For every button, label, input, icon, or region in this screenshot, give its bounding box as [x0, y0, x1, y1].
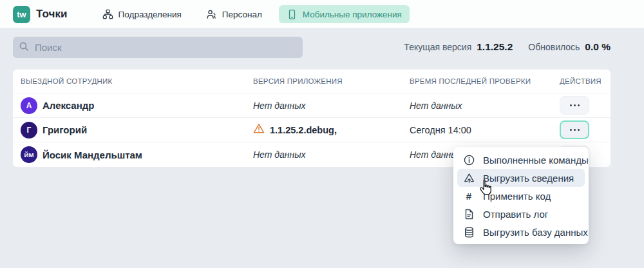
- row-actions-button[interactable]: [560, 120, 589, 139]
- search-icon: [19, 41, 29, 54]
- app-version: 1.1.25.2.debug,: [270, 125, 337, 135]
- menu-item-apply-code[interactable]: # Применить код: [457, 187, 585, 205]
- menu-item-send-log[interactable]: Отправить лог: [457, 205, 585, 223]
- current-version-value: 1.1.25.2: [477, 41, 513, 53]
- version-bar: Текущая версия 1.1.25.2 Обновилось 0.0 %: [404, 41, 611, 54]
- tab-personal[interactable]: Персонал: [198, 5, 270, 23]
- last-check-time: Нет данных: [410, 100, 462, 111]
- nav-tabs: Подразделения Персонал: [95, 5, 410, 23]
- sitemap-icon: [102, 9, 113, 20]
- column-header-actions: Действия: [560, 77, 611, 85]
- avatar: А: [21, 97, 37, 114]
- upload-icon: [462, 172, 475, 184]
- app-logo[interactable]: tw: [13, 6, 30, 23]
- column-header-last-check: Время последней проверки: [410, 77, 560, 85]
- top-nav: tw Точки Подразделения: [0, 0, 644, 29]
- app-title: Точки: [36, 8, 68, 21]
- menu-item-label: Применить код: [483, 191, 551, 202]
- tab-mobile-apps[interactable]: Мобильные приложения: [279, 5, 410, 23]
- phone-icon: [287, 9, 298, 20]
- info-icon: [462, 154, 475, 166]
- current-version-label: Текущая версия: [404, 42, 471, 52]
- more-horizontal-icon: [570, 104, 580, 106]
- tab-label: Персонал: [222, 10, 262, 19]
- hash-icon: #: [462, 191, 475, 202]
- column-header-employee: Выездной сотрудник: [13, 77, 253, 85]
- person-icon: [206, 9, 217, 20]
- menu-item-executed-commands[interactable]: Выполненные команды: [457, 151, 585, 169]
- menu-item-upload-info[interactable]: Выгрузить сведения: [457, 169, 585, 187]
- avatar: ЙМ: [21, 146, 37, 163]
- app-version: Нет данных: [253, 100, 306, 111]
- tab-label: Мобильные приложения: [303, 10, 402, 19]
- column-header-version: Версия приложения: [253, 77, 410, 85]
- employee-name: Григорий: [43, 124, 87, 135]
- database-icon: [462, 226, 475, 238]
- tab-label: Подразделения: [118, 10, 182, 19]
- table-header: Выездной сотрудник Версия приложения Вре…: [13, 70, 611, 93]
- search-input[interactable]: Поиск: [13, 37, 303, 58]
- table-row[interactable]: Г Григорий 1.1.25.2.debug, Сегодня 14:00: [13, 118, 611, 142]
- more-horizontal-icon: [570, 129, 580, 131]
- app-version: Нет данных: [253, 149, 306, 160]
- updated-value: 0.0 %: [585, 41, 611, 53]
- menu-item-label: Отправить лог: [483, 209, 548, 220]
- last-check-time: Сегодня 14:00: [410, 125, 471, 135]
- table-row[interactable]: А Александр Нет данных Нет данных: [13, 93, 611, 118]
- warning-icon: [253, 123, 265, 137]
- employee-name: Йосик Мандельштам: [43, 149, 142, 160]
- page: tw Точки Подразделения: [0, 0, 644, 268]
- tab-podrazdeleniya[interactable]: Подразделения: [95, 5, 189, 23]
- actions-context-menu: Выполненные команды Выгрузить сведения #…: [453, 147, 589, 244]
- updated-label: Обновилось: [528, 42, 580, 52]
- row-actions-button[interactable]: [560, 96, 589, 115]
- employee-name: Александр: [43, 100, 94, 111]
- file-icon: [462, 208, 475, 220]
- menu-item-label: Выгрузить сведения: [483, 173, 574, 184]
- menu-item-label: Выполненные команды: [483, 155, 589, 166]
- search-placeholder: Поиск: [35, 42, 62, 53]
- menu-item-label: Выгрузить базу данных: [483, 227, 588, 238]
- avatar: Г: [21, 122, 37, 139]
- menu-item-upload-database[interactable]: Выгрузить базу данных: [457, 223, 585, 241]
